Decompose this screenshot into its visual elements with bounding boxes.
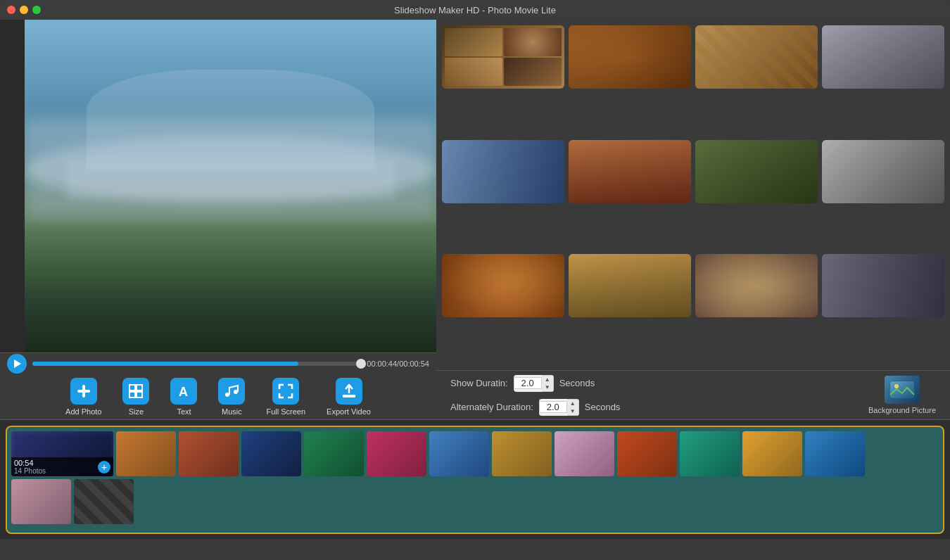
transition-item[interactable]: [695, 140, 818, 203]
app-title: Slideshow Maker HD - Photo Movie Lite: [394, 5, 556, 15]
traffic-lights: [7, 6, 41, 14]
transition-item[interactable]: [695, 254, 818, 317]
transition-item[interactable]: [822, 140, 944, 203]
transition-item[interactable]: [695, 25, 818, 89]
filmstrip-item[interactable]: [680, 431, 740, 476]
size-button[interactable]: Size: [122, 378, 149, 416]
show-duration-value: 2.0: [514, 377, 542, 389]
play-button[interactable]: [7, 354, 27, 374]
transition-item[interactable]: [442, 140, 564, 203]
svg-rect-4: [129, 392, 135, 397]
alternately-duration-row: Alternately Duration: 2.0 ▲ ▼ Seconds: [450, 399, 620, 416]
alternately-duration-label: Alternately Duration:: [450, 402, 533, 412]
transition-item[interactable]: [569, 25, 691, 89]
svg-rect-9: [890, 381, 914, 398]
transition-item[interactable]: [442, 25, 564, 89]
filmstrip-duration: 00:54: [14, 459, 46, 467]
text-label: Text: [177, 407, 191, 416]
titlebar: Slideshow Maker HD - Photo Movie Lite: [0, 0, 950, 20]
svg-point-10: [894, 384, 899, 388]
filmstrip-item[interactable]: [74, 479, 134, 524]
time-display: 00:00:44/00:00:54: [367, 359, 429, 368]
filmstrip-item[interactable]: [429, 431, 489, 476]
fullscreen-icon: [272, 378, 299, 405]
show-duration-down[interactable]: ▼: [542, 383, 553, 391]
export-icon: [336, 378, 362, 405]
timeline-bar[interactable]: [32, 362, 361, 366]
filmstrip-item[interactable]: [617, 431, 677, 476]
text-icon: A: [170, 378, 197, 405]
add-photo-icon: [70, 378, 97, 405]
main-toolbar: Add Photo Size A: [0, 374, 436, 419]
filmstrip-section: 00:54 14 Photos +: [0, 419, 950, 539]
svg-rect-7: [343, 395, 355, 397]
add-to-filmstrip-button[interactable]: +: [98, 461, 110, 473]
video-preview: [25, 20, 436, 352]
add-photo-label: Add Photo: [65, 407, 101, 416]
filmstrip-item[interactable]: [179, 431, 239, 476]
filmstrip-item[interactable]: [367, 431, 426, 476]
size-icon: [122, 378, 149, 405]
playback-controls: 00:00:44/00:00:54: [0, 352, 436, 374]
filmstrip-item[interactable]: [241, 431, 301, 476]
timeline-thumb[interactable]: [356, 359, 366, 369]
transition-item[interactable]: [822, 25, 944, 89]
filmstrip-item[interactable]: [492, 431, 552, 476]
minimize-button[interactable]: [20, 6, 28, 14]
timeline-progress: [32, 362, 298, 366]
transition-item[interactable]: [822, 254, 944, 317]
filmstrip-first-item[interactable]: 00:54 14 Photos +: [11, 431, 113, 476]
export-button[interactable]: Export Video: [327, 378, 371, 416]
alternately-duration-spinner[interactable]: ▲ ▼: [567, 399, 579, 416]
alternately-duration-up[interactable]: ▲: [567, 400, 578, 407]
transition-item[interactable]: [569, 254, 691, 317]
show-duration-spinner[interactable]: ▲ ▼: [542, 375, 554, 392]
transition-item[interactable]: [442, 254, 564, 317]
show-duration-label: Show Duratin:: [450, 378, 508, 388]
filmstrip-item[interactable]: [11, 479, 71, 524]
svg-rect-1: [77, 390, 90, 393]
transitions-grid: [436, 20, 950, 370]
music-label: Music: [222, 407, 242, 416]
show-duration-row: Show Duratin: 2.0 ▲ ▼ Seconds: [450, 375, 620, 392]
settings-panel: Show Duratin: 2.0 ▲ ▼ Seconds Alternatel…: [436, 370, 950, 419]
alternately-duration-value: 2.0: [539, 401, 567, 413]
music-icon: [218, 378, 245, 405]
alternately-duration-seconds: Seconds: [585, 402, 621, 412]
filmstrip-photo-count: 14 Photos: [14, 467, 46, 475]
filmstrip-item[interactable]: [116, 431, 176, 476]
show-duration-seconds: Seconds: [559, 378, 595, 388]
background-picture-button[interactable]: Background Picture: [868, 376, 936, 414]
background-picture-label: Background Picture: [868, 406, 936, 414]
size-label: Size: [129, 407, 144, 416]
preview-side-bar: [0, 20, 25, 352]
text-button[interactable]: A Text: [170, 378, 197, 416]
alternately-duration-down[interactable]: ▼: [567, 407, 578, 415]
transition-item[interactable]: [569, 140, 691, 203]
alternately-duration-input[interactable]: 2.0 ▲ ▼: [539, 399, 579, 416]
svg-text:A: A: [179, 385, 188, 399]
show-duration-up[interactable]: ▲: [542, 376, 553, 383]
filmstrip-item[interactable]: [742, 431, 802, 476]
filmstrip-container: 00:54 14 Photos +: [6, 426, 944, 534]
filmstrip-item[interactable]: [805, 431, 865, 476]
maximize-button[interactable]: [32, 6, 41, 14]
add-photo-button[interactable]: Add Photo: [65, 378, 101, 416]
svg-rect-2: [129, 385, 135, 390]
svg-rect-3: [137, 385, 142, 390]
right-panel: Show Duratin: 2.0 ▲ ▼ Seconds Alternatel…: [436, 20, 950, 419]
music-button[interactable]: Music: [218, 378, 245, 416]
fullscreen-button[interactable]: Full Screen: [266, 378, 305, 416]
background-picture-icon: [885, 376, 920, 404]
show-duration-input[interactable]: 2.0 ▲ ▼: [514, 375, 554, 392]
filmstrip-item[interactable]: [304, 431, 364, 476]
close-button[interactable]: [7, 6, 15, 14]
fullscreen-label: Full Screen: [266, 407, 305, 416]
filmstrip-item[interactable]: [555, 431, 614, 476]
export-label: Export Video: [327, 407, 371, 416]
svg-rect-5: [137, 392, 142, 397]
